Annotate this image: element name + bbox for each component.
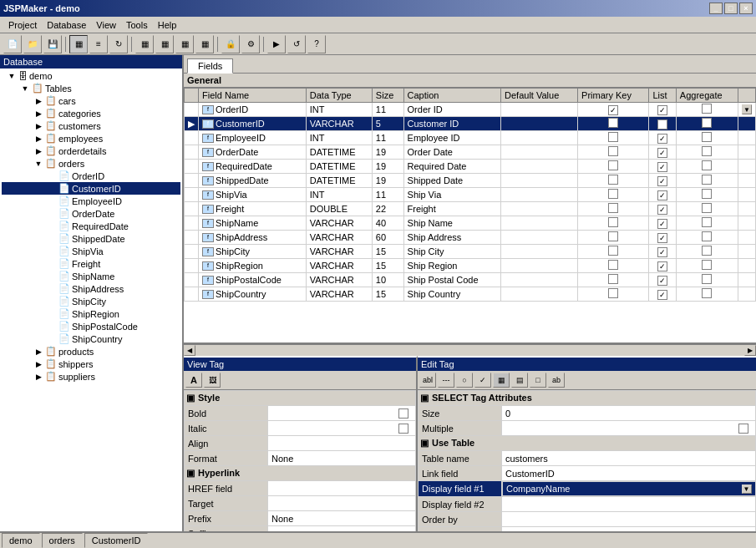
field-name-cell[interactable]: fOrderID — [199, 103, 307, 117]
hyperlink-collapse-btn[interactable]: ▣ — [186, 468, 195, 478]
prop-displayfield2-value[interactable] — [502, 497, 756, 512]
field-name-cell[interactable]: fShipAddress — [199, 231, 307, 245]
agg-checkbox[interactable] — [702, 274, 712, 284]
pk-checkbox[interactable] — [608, 189, 618, 199]
style-collapse-btn[interactable]: ▣ — [186, 393, 195, 403]
list-checkbox[interactable] — [657, 176, 667, 186]
agg-checkbox[interactable] — [702, 132, 712, 142]
field-agg-cell[interactable] — [676, 202, 738, 216]
field-caption-cell[interactable]: Ship Postal Code — [403, 273, 501, 287]
tree-field-shipcity[interactable]: 📄 ShipCity — [2, 295, 180, 307]
edit-btn-ab[interactable]: ab — [548, 373, 565, 388]
pk-checkbox[interactable] — [608, 231, 618, 241]
agg-checkbox[interactable] — [702, 146, 712, 156]
field-pk-cell[interactable] — [578, 160, 649, 174]
expand-categories[interactable]: ▶ — [32, 109, 45, 118]
tree-table-shippers[interactable]: ▶ 📋 shippers — [2, 358, 180, 370]
field-default-cell[interactable] — [501, 188, 578, 202]
tree-table-cars[interactable]: ▶ 📋 cars — [2, 94, 180, 107]
field-caption-cell[interactable]: Customer ID — [403, 117, 501, 131]
expand-products[interactable]: ▶ — [32, 348, 45, 356]
agg-checkbox[interactable] — [702, 246, 712, 256]
prop-format-value[interactable]: None — [268, 451, 416, 466]
scroll-left-btn[interactable]: ◀ — [184, 345, 195, 356]
field-agg-cell[interactable] — [676, 117, 738, 131]
field-pk-cell[interactable] — [578, 131, 649, 145]
col-fieldname[interactable]: Field Name — [199, 89, 307, 103]
field-caption-cell[interactable]: Ship Name — [403, 216, 501, 231]
menu-view[interactable]: View — [91, 18, 121, 32]
field-pk-cell[interactable] — [578, 216, 649, 231]
tree-field-requireddate[interactable]: 📄 RequiredDate — [2, 220, 180, 232]
list-checkbox[interactable] — [657, 233, 667, 243]
field-name-cell[interactable]: fShipName — [199, 216, 307, 231]
col-list[interactable]: List — [649, 89, 676, 103]
expand-orders[interactable]: ▼ — [32, 160, 45, 168]
field-default-cell[interactable] — [501, 174, 578, 188]
edit-btn-sep[interactable]: --- — [438, 373, 454, 388]
field-caption-cell[interactable]: Ship Via — [403, 188, 501, 202]
list-checkbox[interactable] — [657, 105, 667, 115]
field-list-cell[interactable] — [649, 259, 676, 273]
col-datatype[interactable]: Data Type — [306, 89, 372, 103]
field-default-cell[interactable] — [501, 259, 578, 273]
tree-field-shippeddate[interactable]: 📄 ShippedDate — [2, 232, 180, 245]
pk-checkbox[interactable] — [608, 132, 618, 142]
row-dropdown[interactable]: ▼ — [742, 104, 752, 114]
agg-checkbox[interactable] — [702, 175, 712, 185]
field-name-cell[interactable]: fFreight — [199, 202, 307, 216]
field-pk-cell[interactable] — [578, 273, 649, 287]
tree-field-shipcountry[interactable]: 📄 ShipCountry — [2, 332, 180, 345]
table-row[interactable]: fShippedDateDATETIME19Shipped Date — [185, 174, 756, 188]
field-caption-cell[interactable]: Ship City — [403, 245, 501, 259]
field-list-cell[interactable] — [649, 231, 676, 245]
agg-checkbox[interactable] — [702, 231, 712, 241]
field-caption-cell[interactable]: Order ID — [403, 103, 501, 117]
field-caption-cell[interactable]: Required Date — [403, 160, 501, 174]
pk-checkbox[interactable] — [608, 175, 618, 185]
field-default-cell[interactable] — [501, 231, 578, 245]
field-list-cell[interactable] — [649, 216, 676, 231]
table-row[interactable]: fOrderIDINT11Order ID▼ — [185, 103, 756, 117]
multiple-checkbox[interactable] — [738, 424, 748, 434]
list-checkbox[interactable] — [657, 261, 667, 271]
field-name-cell[interactable]: fShipRegion — [199, 259, 307, 273]
tree-field-shipvia[interactable]: 📄 ShipVia — [2, 245, 180, 257]
field-name-cell[interactable]: fEmployeeID — [199, 131, 307, 145]
field-agg-cell[interactable] — [676, 103, 738, 117]
prop-size-value[interactable]: 0 — [502, 406, 756, 421]
edit-btn-grid[interactable]: ▦ — [493, 373, 510, 388]
field-agg-cell[interactable] — [676, 245, 738, 259]
bold-checkbox[interactable] — [398, 408, 408, 419]
list-checkbox[interactable] — [657, 205, 667, 215]
expand-cars[interactable]: ▶ — [32, 97, 45, 105]
field-name-cell[interactable]: fRequiredDate — [199, 160, 307, 174]
pk-checkbox[interactable] — [608, 217, 618, 227]
field-caption-cell[interactable]: Ship Region — [403, 259, 501, 273]
field-pk-cell[interactable] — [578, 174, 649, 188]
field-agg-cell[interactable] — [676, 259, 738, 273]
table-row[interactable]: fShipRegionVARCHAR15Ship Region — [185, 259, 756, 273]
table-row[interactable]: fShipPostalCodeVARCHAR10Ship Postal Code — [185, 273, 756, 287]
maximize-button[interactable]: □ — [724, 3, 738, 14]
col-defaultval[interactable]: Default Value — [501, 89, 578, 103]
prop-href-value[interactable] — [268, 481, 416, 496]
table-row[interactable]: ▶fCustomerIDVARCHAR5Customer ID — [185, 117, 756, 131]
field-default-cell[interactable] — [501, 202, 578, 216]
field-name-cell[interactable]: fShipCountry — [199, 287, 307, 302]
field-name-cell[interactable]: fOrderDate — [199, 145, 307, 160]
edit-btn-list[interactable]: ▤ — [511, 373, 528, 388]
table-row[interactable]: fShipViaINT11Ship Via — [185, 188, 756, 202]
toolbar-b4[interactable]: ▦ — [195, 35, 214, 53]
tree-field-freight[interactable]: 📄 Freight — [2, 257, 180, 270]
agg-checkbox[interactable] — [702, 118, 712, 128]
edit-btn-abl[interactable]: abl — [419, 373, 436, 388]
prop-displayfield1[interactable]: Display field #1 CompanyName ▼ — [419, 481, 756, 497]
close-button[interactable]: × — [739, 3, 753, 14]
col-caption[interactable]: Caption — [403, 89, 501, 103]
toolbar-b6[interactable]: ⚙ — [241, 35, 260, 53]
expand-shippers[interactable]: ▶ — [32, 360, 45, 368]
pk-checkbox[interactable] — [608, 105, 618, 115]
tree-field-shipaddress[interactable]: 📄 ShipAddress — [2, 282, 180, 295]
list-checkbox[interactable] — [657, 276, 667, 286]
